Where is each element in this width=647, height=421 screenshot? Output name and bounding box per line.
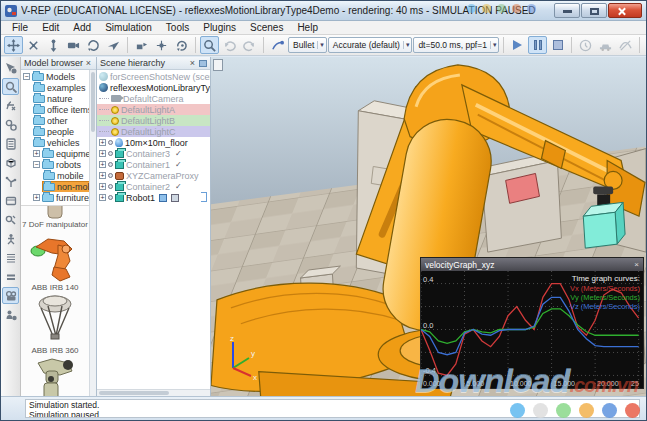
folder-icon (42, 150, 54, 158)
assembling-icon[interactable] (2, 211, 19, 228)
menu-plugins[interactable]: Plugins (196, 22, 243, 33)
camera-vertical-button[interactable] (44, 36, 63, 54)
model-browser-scrollbar[interactable] (89, 70, 96, 396)
hierarchy-item-defaultcamera[interactable]: DefaultCamera (97, 93, 210, 104)
shape-edit-icon[interactable] (2, 154, 19, 171)
camera-pan-button[interactable] (4, 36, 23, 54)
object-translate-button[interactable] (152, 36, 171, 54)
model-browser-close-icon[interactable]: × (84, 58, 93, 68)
hierarchy-item-floor[interactable]: +10m×10m_floor (97, 137, 210, 148)
tree-item-vehicles[interactable]: vehicles (23, 137, 89, 148)
model-thumb-irb360[interactable] (26, 292, 84, 346)
user-settings-icon[interactable] (2, 306, 19, 323)
visibility-toggle-icon[interactable] (108, 140, 113, 145)
script-icon[interactable] (159, 194, 167, 202)
visibility-toggle-icon[interactable] (108, 184, 113, 189)
visualization-off-button[interactable] (616, 36, 635, 54)
simulation-pause-button[interactable] (528, 36, 547, 54)
hierarchy-item-defaultlightb[interactable]: DefaultLightB (97, 115, 210, 126)
main-toolbar: Bullet▾ Accurate (default)▾ dt=50.0 ms, … (1, 35, 646, 56)
hierarchy-item-container1[interactable]: +Container1✓ (97, 159, 210, 170)
ui-edit-icon[interactable] (2, 192, 19, 209)
undo-button[interactable] (220, 36, 239, 54)
camera-shift-button[interactable] (24, 36, 43, 54)
cuboid-icon (115, 150, 124, 158)
title-bar[interactable]: V-REP (EDUCATIONAL LICENSE) - reflexxesM… (1, 1, 646, 21)
tree-item-people[interactable]: people (23, 126, 89, 137)
hierarchy-item-defaultlightc[interactable]: DefaultLightC (97, 126, 210, 137)
menu-simulation[interactable]: Simulation (98, 22, 159, 33)
model-thumbnail-list: 7 DoF manipulator ABB IRB 140 ABB IRB 36… (21, 206, 89, 396)
velocity-graph-window[interactable]: velocityGraph_xyz × 0.40.0-0.40.0005.000… (420, 257, 644, 389)
tree-item-office-items[interactable]: office items (23, 104, 89, 115)
collections-icon[interactable] (2, 116, 19, 133)
simulation-start-button[interactable] (508, 36, 527, 54)
scene-hierarchy-close-icon[interactable]: × (188, 58, 197, 68)
engine-mode-select[interactable]: Accurate (default)▾ (328, 37, 413, 53)
menu-help[interactable]: Help (290, 22, 325, 33)
hierarchy-item-container2[interactable]: +Container2✓ (97, 181, 210, 192)
hierarchy-item-robot1[interactable]: +Robot1 (97, 192, 210, 203)
calculator-icon[interactable] (2, 135, 19, 152)
object-rotate-button[interactable] (172, 36, 191, 54)
hierarchy-item-container3[interactable]: +Container3✓ (97, 148, 210, 159)
path-edit-icon[interactable] (2, 173, 19, 190)
close-button[interactable] (608, 3, 642, 18)
view-page-icon[interactable] (213, 59, 223, 71)
tree-item-non-mobile[interactable]: non-mobile (23, 181, 89, 192)
hierarchy-item-xyzcameraproxy[interactable]: +XYZCameraProxy (97, 170, 210, 181)
visibility-toggle-icon[interactable] (108, 151, 113, 156)
model-thumb-7dof[interactable] (26, 206, 84, 220)
viewport-3d[interactable]: z y x velocityGraph_xyz × 0.40.0-0.40.00… (211, 57, 646, 396)
restore-button[interactable] (581, 3, 607, 18)
menu-tools[interactable]: Tools (159, 22, 196, 33)
camera-rotate-button[interactable] (84, 36, 103, 54)
menu-edit[interactable]: Edit (35, 22, 66, 33)
tree-item-robots[interactable]: −robots (23, 159, 89, 170)
menu-file[interactable]: File (5, 22, 35, 33)
hierarchy-item-current-scene[interactable]: reflexxesMotionLibraryType4Dem (97, 82, 210, 93)
fit-to-view-button[interactable] (200, 36, 219, 54)
scene-hierarchy-detach-icon[interactable] (199, 60, 207, 67)
tree-item-equipment[interactable]: +equipment (23, 148, 89, 159)
tree-item-models[interactable]: −Models (23, 71, 89, 82)
visibility-toggle-icon[interactable] (108, 162, 113, 167)
visibility-toggle-icon[interactable] (108, 173, 113, 178)
hierarchy-item-other-scene[interactable]: forScreenShotsNew (scene 1) (97, 71, 210, 82)
tree-item-examples[interactable]: examples (23, 82, 89, 93)
path-point-button[interactable] (268, 36, 287, 54)
threaded-rendering-button[interactable] (596, 36, 615, 54)
simulation-stop-button[interactable] (548, 36, 567, 54)
menu-scenes[interactable]: Scenes (243, 22, 290, 33)
list-view-icon[interactable] (2, 249, 19, 266)
tree-item-nature[interactable]: nature (23, 93, 89, 104)
graph-close-icon[interactable]: × (634, 260, 639, 269)
redo-button[interactable] (240, 36, 259, 54)
model-browser-toggle-icon[interactable] (2, 78, 19, 95)
motion-planning-icon[interactable] (2, 230, 19, 247)
physics-engine-select[interactable]: Bullet▾ (288, 37, 327, 53)
model-thumb-partial[interactable] (26, 355, 84, 396)
folder-icon (33, 95, 45, 103)
cuboid-icon (115, 183, 124, 191)
visibility-toggle-icon[interactable] (108, 195, 113, 200)
camera-angle-button[interactable] (64, 36, 83, 54)
calculation-modules-icon[interactable] (2, 97, 19, 114)
model-base-icon[interactable] (171, 194, 179, 202)
minimize-button[interactable] (554, 3, 580, 18)
simulation-settings-icon[interactable] (2, 59, 19, 76)
hierarchy-item-defaultlighta[interactable]: DefaultLightA (97, 104, 210, 115)
tree-item-mobile[interactable]: mobile (23, 170, 89, 181)
camera-fly-button[interactable] (104, 36, 123, 54)
real-time-mode-button[interactable] (576, 36, 595, 54)
layers-icon[interactable] (2, 268, 19, 285)
video-recorder-icon[interactable] (2, 287, 19, 304)
tree-item-furniture[interactable]: +furniture (23, 192, 89, 203)
scene-hierarchy-hscrollbar[interactable] (97, 389, 210, 396)
object-shift-button[interactable] (132, 36, 151, 54)
menu-add[interactable]: Add (66, 22, 98, 33)
model-thumb-irb140[interactable] (26, 229, 84, 283)
tree-item-other[interactable]: other (23, 115, 89, 126)
timestep-select[interactable]: dt=50.0 ms, ppf=1▾ (413, 37, 499, 53)
graph-title-bar[interactable]: velocityGraph_xyz × (421, 258, 643, 271)
